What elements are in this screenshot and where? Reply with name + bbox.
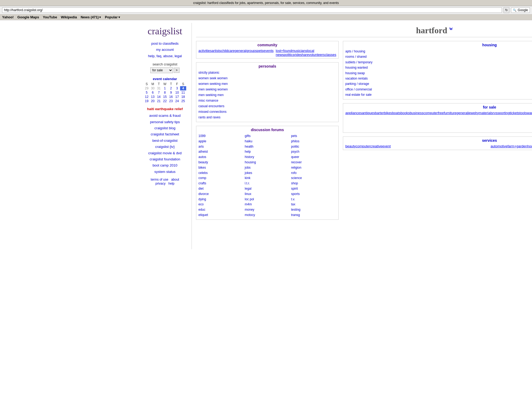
calendar-day[interactable]: 23	[168, 99, 174, 103]
forum-link[interactable]: jobs	[245, 165, 290, 171]
calendar-day[interactable]: 21	[156, 99, 162, 103]
city-suffix[interactable]: w	[449, 26, 453, 31]
personals-link[interactable]: men seeking women	[198, 87, 336, 92]
forum-link[interactable]: crafts	[198, 181, 244, 186]
community-link[interactable]: general	[235, 49, 246, 53]
community-link[interactable]: classes	[325, 53, 336, 57]
forum-link[interactable]: gifts	[245, 134, 290, 139]
forum-link[interactable]: transg	[291, 213, 336, 218]
forum-link[interactable]: etiquet	[198, 213, 244, 218]
calendar-day[interactable]: 22	[162, 99, 168, 103]
calendar-day[interactable]: 16	[168, 95, 174, 99]
community-link[interactable]: bikes	[384, 111, 392, 115]
search-go-button[interactable]: >	[174, 68, 179, 73]
housing-link[interactable]: vacation rentals	[345, 76, 532, 81]
forum-link[interactable]: diet	[198, 186, 244, 192]
community-link[interactable]: furniture	[444, 111, 456, 115]
community-link[interactable]: artists	[212, 49, 221, 53]
community-link[interactable]: sporting	[497, 111, 510, 115]
forum-link[interactable]: legal	[245, 186, 290, 192]
calendar-day[interactable]: 5	[144, 90, 150, 95]
bookmark-news[interactable]: News (471)▾	[81, 15, 101, 19]
forum-link[interactable]: jokes	[245, 171, 290, 176]
community-link[interactable]: general	[456, 111, 468, 115]
calendar-day[interactable]: 1	[162, 86, 168, 90]
forum-link[interactable]: sports	[291, 192, 336, 197]
community-link[interactable]: childcare	[221, 49, 235, 53]
forum-link[interactable]: haiku	[245, 139, 290, 144]
housing-link[interactable]: real estate for sale	[345, 92, 532, 97]
cl-factsheet-link[interactable]: craigslist factsheet	[144, 131, 186, 137]
community-link[interactable]: creative	[370, 144, 382, 148]
calendar-day[interactable]: 10	[174, 90, 180, 95]
housing-link[interactable]: office / commercial	[345, 87, 532, 92]
calendar-day[interactable]: 18	[180, 95, 186, 99]
community-link[interactable]: beauty	[345, 144, 356, 148]
calendar-day[interactable]: 6	[150, 90, 156, 95]
help-link[interactable]: help	[168, 182, 174, 185]
personals-link[interactable]: misc romance	[198, 98, 336, 103]
calendar-day[interactable]: 9	[168, 90, 174, 95]
forum-link[interactable]: testing	[291, 207, 336, 213]
community-link[interactable]: tools	[519, 111, 527, 115]
forum-link[interactable]: bikes	[198, 165, 244, 171]
bookmark-popular[interactable]: Popular▾	[105, 15, 120, 19]
my-account-link[interactable]: my account	[144, 47, 186, 53]
personal-safety-link[interactable]: personal safety tips	[144, 119, 186, 125]
personals-link[interactable]: missed connections	[198, 109, 336, 115]
forum-link[interactable]: religion	[291, 165, 336, 171]
forum-link[interactable]: recover	[291, 160, 336, 165]
calendar-day[interactable]: 19	[144, 99, 150, 103]
haiti-link[interactable]: haiti earthquake relief	[144, 107, 186, 111]
housing-link[interactable]: sublets / temporary	[345, 60, 532, 65]
housing-link[interactable]: parking / storage	[345, 81, 532, 86]
forum-link[interactable]: money	[245, 207, 290, 213]
bookmark-google-maps[interactable]: Google Maps	[17, 15, 39, 19]
forum-link[interactable]: spirit	[291, 186, 336, 192]
community-link[interactable]: pets	[257, 49, 264, 53]
terms-link[interactable]: terms of use	[151, 178, 168, 181]
community-link[interactable]: tickets	[510, 111, 519, 115]
forum-link[interactable]: t.v.	[291, 197, 336, 202]
bookmark-wikipedia[interactable]: Wikipedia	[61, 15, 77, 19]
forum-link[interactable]: divorce	[198, 192, 244, 197]
refresh-button[interactable]: ↻	[504, 7, 509, 13]
community-link[interactable]: musicians	[292, 49, 307, 53]
forum-link[interactable]: pets	[291, 134, 336, 139]
community-link[interactable]: household	[527, 144, 532, 148]
browser-search-box[interactable]: 🔍 Google	[511, 7, 530, 13]
community-link[interactable]: event	[382, 144, 391, 148]
forum-link[interactable]: tax	[291, 202, 336, 207]
community-link[interactable]: boats	[392, 111, 401, 115]
calendar-day[interactable]: 31	[156, 86, 162, 90]
calendar-day[interactable]: 2	[168, 86, 174, 90]
calendar-day[interactable]: 25	[180, 99, 186, 103]
personals-link[interactable]: women seeking men	[198, 81, 336, 87]
community-link[interactable]: barter	[375, 111, 384, 115]
calendar-day[interactable]: 29	[144, 86, 150, 90]
community-link[interactable]: business	[410, 111, 423, 115]
forum-link[interactable]: educ	[198, 207, 244, 213]
community-link[interactable]: appliances	[345, 111, 362, 115]
forum-link[interactable]: celebs	[198, 171, 244, 176]
forum-link[interactable]: kink	[245, 176, 290, 181]
calendar-day[interactable]: 14	[156, 95, 162, 99]
calendar-day[interactable]: 4	[180, 86, 186, 90]
forum-link[interactable]: m4m	[245, 202, 290, 207]
community-link[interactable]: events	[263, 49, 273, 53]
calendar-day[interactable]: 7	[156, 90, 162, 95]
community-link[interactable]: computer	[423, 111, 438, 115]
community-link[interactable]: groups	[246, 49, 257, 53]
forum-link[interactable]: arts	[198, 144, 244, 149]
search-select[interactable]: for sale housing jobs services community…	[150, 67, 173, 73]
calendar-day[interactable]: 17	[174, 95, 180, 99]
forum-link[interactable]: health	[245, 144, 290, 149]
forum-link[interactable]: politic	[291, 144, 336, 149]
personals-link[interactable]: women seek women	[198, 76, 336, 81]
community-link[interactable]: volunteers	[309, 53, 325, 57]
community-link[interactable]: materials	[479, 111, 493, 115]
forum-link[interactable]: motocy	[245, 213, 290, 218]
system-status-link[interactable]: system status	[144, 169, 186, 175]
forum-link[interactable]: philos	[291, 139, 336, 144]
forum-link[interactable]: dying	[198, 197, 244, 202]
